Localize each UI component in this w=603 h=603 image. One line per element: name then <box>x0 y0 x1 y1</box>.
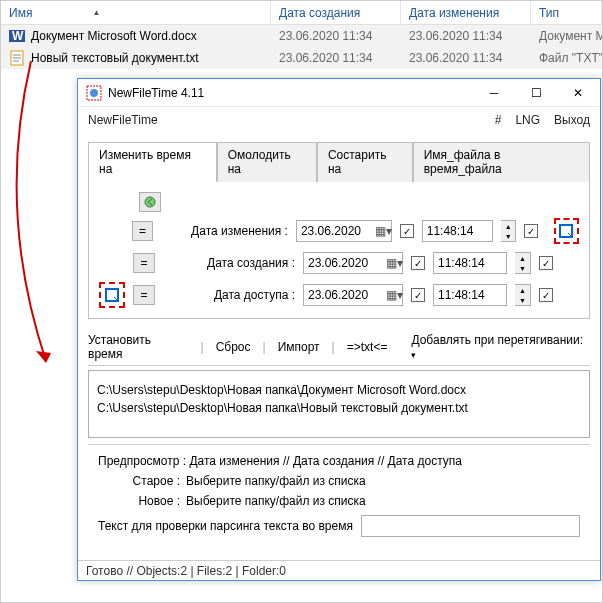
tab-older[interactable]: Состарить на <box>317 142 413 182</box>
file-type: Документ Micros <box>531 29 602 43</box>
pick-icon[interactable] <box>99 282 125 308</box>
calendar-icon: ▦▾ <box>375 224 387 238</box>
time-created-spinner[interactable]: ▲▼ <box>515 252 531 274</box>
label-accessed: Дата доступа : <box>185 288 295 302</box>
tab-change-time[interactable]: Изменить время на <box>88 142 217 182</box>
menubar: NewFileTime # LNG Выход <box>78 107 600 133</box>
chk-accessed-date[interactable]: ✓ <box>411 288 425 302</box>
txt-button[interactable]: =>txt<= <box>347 340 388 354</box>
time-created-input[interactable]: 11:48:14 <box>433 252 507 274</box>
close-button[interactable]: ✕ <box>560 80 596 106</box>
new-label: Новое : <box>98 494 180 508</box>
preview-panel: Предпросмотр : Дата изменения // Дата со… <box>88 444 590 539</box>
date-accessed-input[interactable]: 23.06.2020▦▾ <box>303 284 403 306</box>
file-type: Файл "TXT" <box>531 51 602 65</box>
preview-header: Предпросмотр : Дата изменения // Дата со… <box>98 454 462 468</box>
col-modified[interactable]: Дата изменения <box>401 1 531 24</box>
toolbar: Установить время | Сброс | Импорт | =>tx… <box>88 327 590 366</box>
col-created[interactable]: Дата создания <box>271 1 401 24</box>
file-paths-list[interactable]: C:\Users\stepu\Desktop\Новая папка\Докум… <box>88 370 590 438</box>
file-name: Документ Microsoft Word.docx <box>31 29 197 43</box>
tab-filename-to-time[interactable]: Имя_файла в время_файла <box>413 142 590 182</box>
file-created: 23.06.2020 11:34 <box>271 29 401 43</box>
status-text: Готово // Objects:2 | Files:2 | Folder:0 <box>86 564 286 578</box>
time-modified-input[interactable]: 11:48:14 <box>422 220 493 242</box>
file-created: 23.06.2020 11:34 <box>271 51 401 65</box>
chk-modified-time[interactable]: ✓ <box>524 224 538 238</box>
tab-younger[interactable]: Омолодить на <box>217 142 317 182</box>
svg-marker-6 <box>36 351 51 363</box>
file-row[interactable]: W Документ Microsoft Word.docx 23.06.202… <box>1 25 602 47</box>
file-modified: 23.06.2020 11:34 <box>401 51 531 65</box>
eq-button-modified[interactable]: = <box>132 221 153 241</box>
time-accessed-input[interactable]: 11:48:14 <box>433 284 507 306</box>
titlebar[interactable]: NewFileTime 4.11 ─ ☐ ✕ <box>78 79 600 107</box>
tab-content: = Дата изменения : 23.06.2020▦▾ ✓ 11:48:… <box>88 182 590 319</box>
newfiletime-window: NewFileTime 4.11 ─ ☐ ✕ NewFileTime # LNG… <box>77 78 601 581</box>
old-value: Выберите папку/файл из списка <box>186 474 366 488</box>
reset-button[interactable]: Сброс <box>216 340 251 354</box>
app-icon <box>86 85 102 101</box>
window-title: NewFileTime 4.11 <box>108 86 470 100</box>
minimize-button[interactable]: ─ <box>476 80 512 106</box>
new-value: Выберите папку/файл из списка <box>186 494 366 508</box>
parse-label: Текст для проверки парсинга текста во вр… <box>98 519 353 533</box>
eq-button-created[interactable]: = <box>133 253 155 273</box>
col-name[interactable]: Имя▲ <box>1 1 271 24</box>
word-doc-icon: W <box>9 28 25 44</box>
calendar-icon: ▦▾ <box>386 256 398 270</box>
eq-button-accessed[interactable]: = <box>133 285 155 305</box>
chk-accessed-time[interactable]: ✓ <box>539 288 553 302</box>
time-modified-spinner[interactable]: ▲▼ <box>501 220 516 242</box>
file-list-header: Имя▲ Дата создания Дата изменения Тип <box>1 1 602 25</box>
sort-arrow-icon: ▲ <box>92 8 100 17</box>
chk-created-date[interactable]: ✓ <box>411 256 425 270</box>
globe-back-button[interactable] <box>139 192 161 212</box>
menu-hash[interactable]: # <box>495 113 502 127</box>
col-type[interactable]: Тип <box>531 1 602 24</box>
date-modified-input[interactable]: 23.06.2020▦▾ <box>296 220 392 242</box>
file-modified: 23.06.2020 11:34 <box>401 29 531 43</box>
label-modified: Дата изменения : <box>183 224 288 238</box>
svg-point-8 <box>90 89 98 97</box>
date-created-input[interactable]: 23.06.2020▦▾ <box>303 252 403 274</box>
chk-modified-date[interactable]: ✓ <box>400 224 414 238</box>
time-accessed-spinner[interactable]: ▲▼ <box>515 284 531 306</box>
menu-app[interactable]: NewFileTime <box>88 113 158 127</box>
tabs: Изменить время на Омолодить на Состарить… <box>88 141 590 182</box>
drag-add-dropdown[interactable]: Добавлять при перетягивании: <box>411 333 590 361</box>
path-entry[interactable]: C:\Users\stepu\Desktop\Новая папка\Докум… <box>97 381 581 399</box>
maximize-button[interactable]: ☐ <box>518 80 554 106</box>
text-doc-icon <box>9 50 25 66</box>
import-button[interactable]: Импорт <box>278 340 320 354</box>
path-entry[interactable]: C:\Users\stepu\Desktop\Новая папка\Новый… <box>97 399 581 417</box>
file-name: Новый текстовый документ.txt <box>31 51 199 65</box>
svg-point-9 <box>145 197 155 207</box>
set-time-button[interactable]: Установить время <box>88 333 189 361</box>
chk-created-time[interactable]: ✓ <box>539 256 553 270</box>
file-row[interactable]: Новый текстовый документ.txt 23.06.2020 … <box>1 47 602 69</box>
pick-icon[interactable] <box>554 218 579 244</box>
old-label: Старое : <box>98 474 180 488</box>
statusbar: Готово // Objects:2 | Files:2 | Folder:0 <box>78 560 600 580</box>
svg-text:W: W <box>12 29 24 43</box>
menu-lng[interactable]: LNG <box>515 113 540 127</box>
calendar-icon: ▦▾ <box>386 288 398 302</box>
label-created: Дата создания : <box>185 256 295 270</box>
menu-exit[interactable]: Выход <box>554 113 590 127</box>
parse-input[interactable] <box>361 515 580 537</box>
